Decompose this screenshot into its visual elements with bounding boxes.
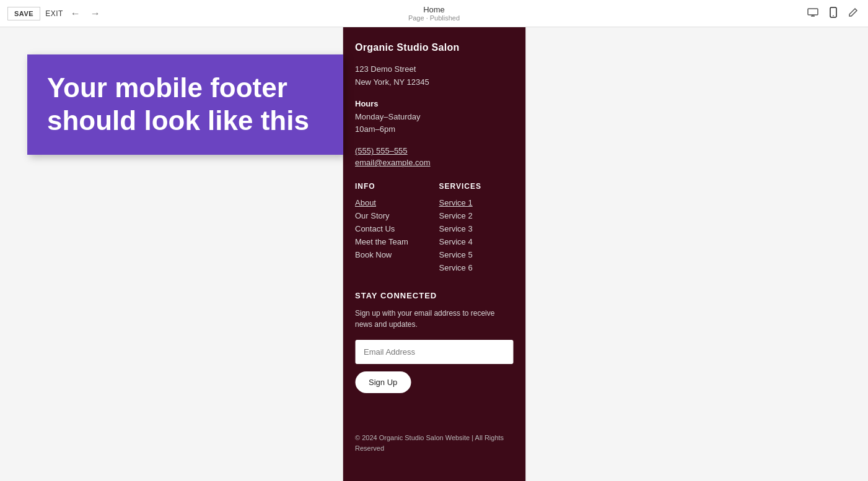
footer-hours-time: 10am–6pm	[355, 124, 395, 134]
desktop-view-button[interactable]	[805, 7, 821, 20]
footer-email-link[interactable]: email@example.com	[355, 158, 513, 167]
hint-text: Your mobile footershould look like this	[47, 72, 323, 137]
footer-service-6[interactable]: Service 6	[439, 263, 514, 272]
toolbar: SAVE EXIT ← → Home Page · Published	[0, 0, 868, 27]
footer-info-link-about[interactable]: About	[355, 198, 429, 207]
page-title: Home	[408, 5, 460, 15]
toolbar-center: Home Page · Published	[408, 5, 460, 22]
footer-brand: Organic Studio Salon	[355, 42, 513, 53]
signup-button[interactable]: Sign Up	[355, 371, 411, 393]
page-status: Page · Published	[408, 14, 460, 22]
hint-box: Your mobile footershould look like this	[27, 54, 343, 155]
footer-services-col: SERVICES Service 1 Service 2 Service 3 S…	[439, 182, 514, 276]
footer-address-line2: New York, NY 12345	[355, 77, 429, 87]
footer-info-link-ourstory[interactable]: Our Story	[355, 211, 429, 220]
footer-hours-days: Monday–Saturday	[355, 112, 421, 121]
footer: Organic Studio Salon 123 Demo Street New…	[343, 27, 525, 481]
save-button[interactable]: SAVE	[7, 7, 40, 20]
footer-columns: INFO About Our Story Contact Us Meet the…	[355, 182, 513, 276]
toolbar-left: SAVE EXIT ← →	[7, 7, 103, 20]
svg-rect-0	[808, 9, 818, 15]
footer-address: 123 Demo Street New York, NY 12345	[355, 63, 513, 89]
footer-info-title: INFO	[355, 182, 429, 191]
footer-hours-text: Monday–Saturday 10am–6pm	[355, 111, 513, 137]
footer-connected-desc: Sign up with your email address to recei…	[355, 308, 513, 330]
footer-connected-title: STAY CONNECTED	[355, 291, 513, 300]
footer-info-link-team[interactable]: Meet the Team	[355, 237, 429, 246]
svg-point-4	[833, 15, 834, 16]
footer-address-line1: 123 Demo Street	[355, 64, 416, 74]
redo-button[interactable]: →	[88, 7, 103, 20]
exit-button[interactable]: EXIT	[45, 9, 63, 18]
email-input[interactable]	[355, 340, 513, 364]
mobile-preview[interactable]: Organic Studio Salon 123 Demo Street New…	[343, 27, 525, 481]
footer-service-4[interactable]: Service 4	[439, 237, 514, 246]
footer-service-2[interactable]: Service 2	[439, 211, 514, 220]
footer-services-title: SERVICES	[439, 182, 514, 191]
main-content: Your mobile footershould look like this …	[0, 27, 868, 481]
undo-button[interactable]: ←	[68, 7, 83, 20]
footer-info-link-book[interactable]: Book Now	[355, 250, 429, 259]
footer-info-link-contact[interactable]: Contact Us	[355, 224, 429, 233]
footer-info-col: INFO About Our Story Contact Us Meet the…	[355, 182, 429, 276]
footer-service-5[interactable]: Service 5	[439, 250, 514, 259]
footer-phone[interactable]: (555) 555–555	[355, 146, 513, 155]
footer-service-3[interactable]: Service 3	[439, 224, 514, 233]
footer-service-1[interactable]: Service 1	[439, 198, 514, 207]
footer-hours-label: Hours	[355, 99, 513, 108]
edit-button[interactable]	[846, 6, 861, 21]
toolbar-right	[805, 6, 861, 22]
footer-copyright: © 2024 Organic Studio Salon Website | Al…	[355, 433, 513, 453]
mobile-view-button[interactable]	[827, 6, 840, 22]
